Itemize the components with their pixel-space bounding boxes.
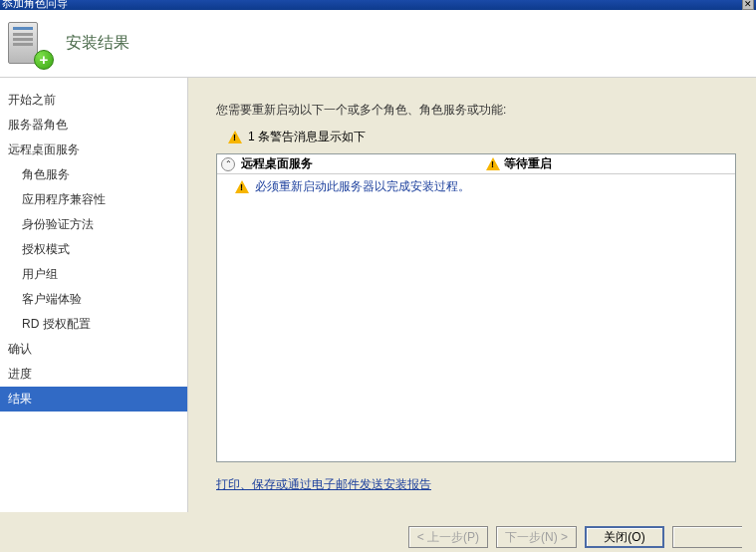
sidebar-item-app-compat[interactable]: 应用程序兼容性 xyxy=(0,187,187,212)
sidebar-item-progress[interactable]: 进度 xyxy=(0,362,187,387)
sidebar-item-server-roles[interactable]: 服务器角色 xyxy=(0,113,187,138)
group-title: 远程桌面服务 xyxy=(241,155,480,172)
main-content: 您需要重新启动以下一个或多个角色、角色服务或功能: 1 条警告消息显示如下 ⌃ … xyxy=(188,78,756,512)
warning-summary-text: 1 条警告消息显示如下 xyxy=(248,129,366,145)
close-icon[interactable]: ✕ xyxy=(742,0,754,10)
results-listbox: ⌃ 远程桌面服务 等待重启 必须重新启动此服务器以完成安装过程。 xyxy=(216,153,736,462)
plus-icon: + xyxy=(34,50,54,70)
previous-button: < 上一步(P) xyxy=(408,526,488,548)
wizard-steps-sidebar: 开始之前 服务器角色 远程桌面服务 角色服务 应用程序兼容性 身份验证方法 授权… xyxy=(0,78,188,512)
sidebar-item-role-services[interactable]: 角色服务 xyxy=(0,162,187,187)
server-role-icon: + xyxy=(8,20,50,68)
sidebar-item-rds[interactable]: 远程桌面服务 xyxy=(0,138,187,162)
next-button: 下一步(N) > xyxy=(496,526,577,548)
close-button[interactable]: 关闭(O) xyxy=(585,526,664,548)
warning-icon xyxy=(228,131,242,143)
sidebar-item-auth-method[interactable]: 身份验证方法 xyxy=(0,212,187,237)
restart-notice: 您需要重新启动以下一个或多个角色、角色服务或功能: xyxy=(216,102,736,119)
warning-icon xyxy=(486,157,500,170)
report-link[interactable]: 打印、保存或通过电子邮件发送安装报告 xyxy=(216,476,431,493)
sidebar-item-client-exp[interactable]: 客户端体验 xyxy=(0,287,187,312)
sidebar-item-confirm[interactable]: 确认 xyxy=(0,337,187,362)
sidebar-item-user-groups[interactable]: 用户组 xyxy=(0,262,187,287)
group-status: 等待重启 xyxy=(486,155,552,172)
sidebar-item-before-begin[interactable]: 开始之前 xyxy=(0,88,187,113)
result-message-text: 必须重新启动此服务器以完成安装过程。 xyxy=(255,178,470,195)
warning-icon xyxy=(235,180,249,193)
page-title: 安装结果 xyxy=(66,33,129,54)
wizard-footer: < 上一步(P) 下一步(N) > 关闭(O) xyxy=(408,526,742,548)
sidebar-item-rd-license-config[interactable]: RD 授权配置 xyxy=(0,312,187,337)
result-message-row: 必须重新启动此服务器以完成安装过程。 xyxy=(217,174,735,199)
collapse-icon[interactable]: ⌃ xyxy=(221,157,235,171)
sidebar-item-results[interactable]: 结果 xyxy=(0,387,187,412)
sidebar-item-license-mode[interactable]: 授权模式 xyxy=(0,237,187,262)
wizard-header: + 安装结果 xyxy=(0,10,756,78)
window-title: 忝加角色问导 xyxy=(2,0,68,11)
title-bar: 忝加角色问导 ✕ xyxy=(0,0,756,10)
result-group-header[interactable]: ⌃ 远程桌面服务 等待重启 xyxy=(217,154,735,174)
warning-summary: 1 条警告消息显示如下 xyxy=(216,129,736,145)
cancel-button xyxy=(672,526,742,548)
